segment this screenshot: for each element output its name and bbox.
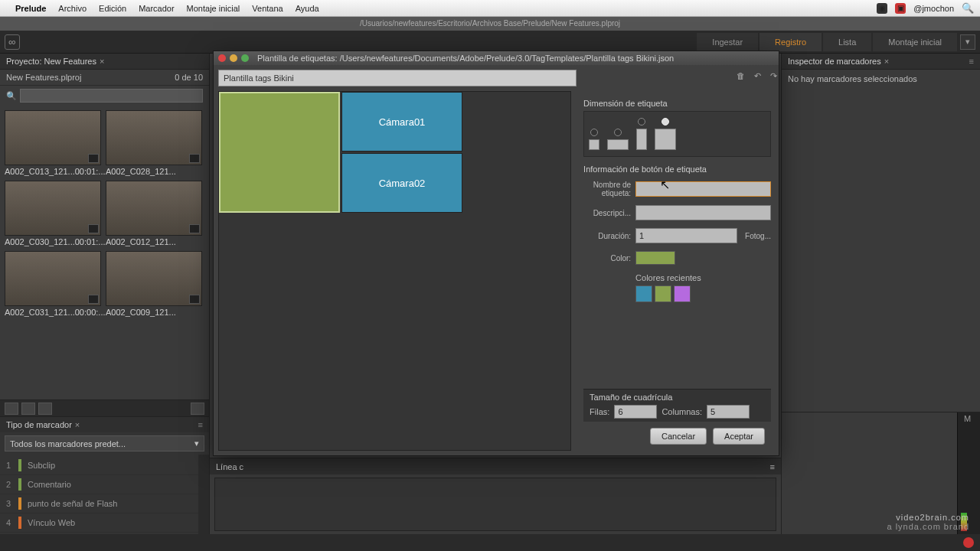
marker-item[interactable]: 2Comentario [0, 475, 198, 494]
status-icon-2[interactable]: ▣ [895, 3, 906, 14]
close-icon[interactable]: × [884, 57, 889, 66]
status-bar [0, 534, 980, 551]
clip-grid: A002_C013_121...00:01:...A002_C028_121..… [0, 106, 209, 399]
project-toolbar [0, 399, 209, 416]
app-name[interactable]: Prelude [15, 4, 46, 13]
thumb-view-button[interactable] [21, 403, 35, 415]
inspector-empty-msg: No hay marcadores seleccionados [782, 70, 980, 88]
user-handle[interactable]: @jmochon [913, 4, 954, 13]
tag-button-camara01[interactable]: Cámara01 [341, 92, 462, 152]
marker-item[interactable]: 3punto de señal de Flash [0, 494, 198, 514]
panel-menu-icon[interactable]: ≡ [770, 462, 775, 471]
inspector-title: Inspector de marcadores [788, 57, 881, 66]
clip-item[interactable]: A002_C030_121...00:01:... [5, 181, 101, 246]
project-search-input[interactable] [20, 89, 203, 103]
menu-archivo[interactable]: Archivo [58, 4, 87, 13]
clip-item[interactable]: A002_C012_121... [106, 181, 202, 246]
desc-label: Descripci... [583, 209, 631, 217]
tag-desc-input[interactable] [635, 205, 771, 220]
tag-template-dialog: Plantilla de etiquetas: /Users/newfeatur… [213, 51, 779, 456]
trash-icon[interactable]: 🗑 [737, 71, 745, 80]
tag-button-camara02[interactable]: Cámara02 [341, 153, 462, 213]
dim-option-4[interactable] [655, 118, 676, 150]
recent-color-swatch[interactable] [635, 285, 652, 302]
dur-unit: Fotog... [745, 232, 771, 240]
dim-section-label: Dimensión de etiqueta [583, 99, 771, 108]
timeline-tab-label[interactable]: Línea c [216, 462, 243, 471]
marker-item[interactable]: 4Vínculo Web [0, 514, 198, 533]
tab-registro[interactable]: Registro [760, 33, 822, 51]
color-swatch[interactable] [635, 251, 675, 265]
chevron-down-icon: ▾ [194, 439, 199, 448]
tag-name-input[interactable] [635, 181, 771, 197]
marker-panel-title: Tipo de marcador [6, 420, 72, 429]
grid-section-label: Tamaño de cuadrícula [590, 393, 765, 402]
marker-dropdown-label: Todos los marcadores predet... [10, 439, 126, 448]
project-panel-header: Proyecto: New Features × [0, 54, 209, 70]
accept-button[interactable]: Aceptar [713, 428, 765, 445]
dimension-selector [583, 111, 771, 157]
panel-menu-icon[interactable]: ≡ [969, 57, 974, 66]
dialog-titlebar[interactable]: Plantilla de etiquetas: /Users/newfeatur… [214, 51, 779, 65]
recent-colors [635, 285, 771, 302]
marker-preset-dropdown[interactable]: Todos los marcadores predet... ▾ [5, 435, 204, 452]
recent-color-swatch[interactable] [674, 285, 691, 302]
dur-label: Duración: [583, 232, 631, 240]
rows-label: Filas: [590, 407, 609, 416]
undo-icon[interactable]: ↶ [754, 71, 761, 81]
cols-label: Columnas: [662, 407, 702, 416]
status-icon-1[interactable]: ◉ [877, 3, 887, 14]
cancel-button[interactable]: Cancelar [650, 428, 707, 445]
tab-lista[interactable]: Lista [823, 33, 871, 51]
tab-ingestar[interactable]: Ingestar [697, 33, 758, 51]
menu-marcador[interactable]: Marcador [139, 4, 174, 13]
info-section-label: Información de botón de etiqueta [583, 165, 771, 174]
stop-icon[interactable] [963, 537, 974, 548]
color-label: Color: [583, 254, 631, 262]
cols-input[interactable] [707, 405, 750, 419]
spotlight-icon[interactable]: 🔍 [962, 2, 974, 14]
tab-montaje[interactable]: Montaje inicial [873, 33, 957, 51]
dim-option-2[interactable] [607, 129, 629, 150]
zoom-slider[interactable] [191, 403, 204, 415]
clip-item[interactable]: A002_C013_121...00:01:... [5, 110, 101, 176]
menu-edicion[interactable]: Edición [99, 4, 126, 13]
cc-logo-icon[interactable]: ∞ [5, 34, 20, 50]
tag-button-green[interactable] [219, 92, 340, 213]
menu-montaje[interactable]: Montaje inicial [187, 4, 240, 13]
scrollbar[interactable] [198, 455, 209, 534]
watermark: video2brain.com a lynda.com brand [887, 513, 970, 531]
menu-ayuda[interactable]: Ayuda [296, 4, 319, 13]
clip-item[interactable]: A002_C028_121... [106, 110, 202, 176]
dim-option-1[interactable] [589, 129, 599, 150]
timeline-tabs: Línea c ≡ [210, 458, 781, 474]
list-view-button[interactable] [5, 403, 18, 415]
recent-color-swatch[interactable] [655, 285, 671, 302]
menu-ventana[interactable]: Ventana [252, 4, 283, 13]
template-name-input[interactable] [218, 70, 577, 86]
clip-item[interactable]: A002_C031_121...00:00:... [5, 251, 101, 317]
clip-item[interactable]: A002_C009_121... [106, 251, 202, 317]
tag-duration-input[interactable] [635, 228, 737, 243]
redo-icon[interactable]: ↷ [770, 71, 777, 81]
dialog-window-title: Plantilla de etiquetas: /Users/newfeatur… [257, 54, 674, 63]
sort-button[interactable] [38, 403, 52, 415]
rows-input[interactable] [614, 405, 657, 419]
dim-option-3[interactable] [636, 118, 647, 150]
window-minimize-icon[interactable] [230, 54, 237, 62]
workspace-dropdown[interactable]: ▾ [960, 34, 975, 50]
audio-label: M [964, 414, 971, 423]
close-icon[interactable]: × [75, 420, 80, 429]
window-close-icon[interactable] [218, 54, 226, 62]
marker-item[interactable]: 1Subclip [0, 456, 198, 475]
marker-list: 1Subclip2Comentario3punto de señal de Fl… [0, 455, 198, 534]
window-zoom-icon[interactable] [241, 54, 249, 62]
timeline[interactable] [214, 478, 776, 531]
document-path: /Usuarios/newfeatures/Escritorio/Archivo… [0, 17, 980, 31]
tag-grid[interactable]: Cámara01 Cámara02 [218, 91, 571, 451]
close-icon[interactable]: × [100, 57, 104, 66]
inspector-header: Inspector de marcadores × ≡ [782, 54, 980, 70]
search-icon: 🔍 [6, 91, 17, 101]
filter-icon[interactable]: ≡ [198, 420, 203, 429]
project-filename: New Features.plproj [6, 73, 81, 82]
